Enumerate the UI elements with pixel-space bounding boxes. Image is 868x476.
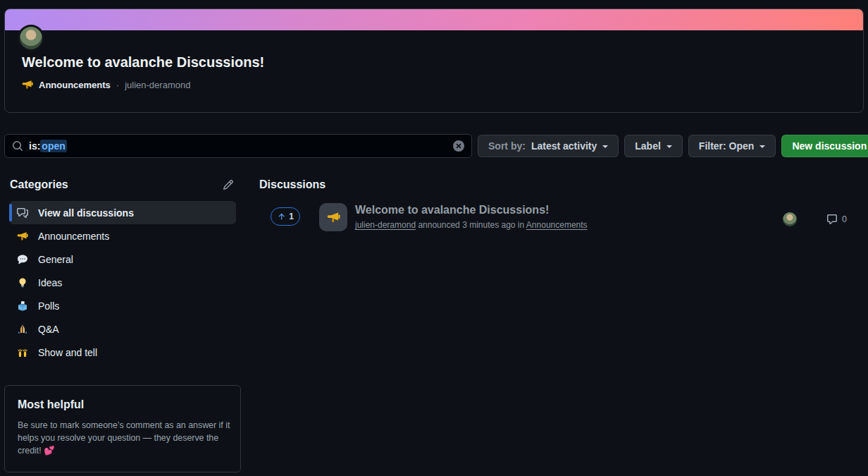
sidebar-item-label: View all discussions [38,207,134,219]
author-avatar[interactable] [18,25,44,51]
discussions-title: Discussions [258,175,864,191]
comment-icon [826,214,838,225]
upvote-count: 1 [289,212,294,221]
filter-button-text: Filter: Open [699,140,755,152]
banner-author-link[interactable]: julien-deramond [125,80,190,90]
categories-title: Categories [10,178,68,191]
sort-by-value: Latest activity [531,140,597,152]
discussions-panel: Discussions 1 Welcome to avalanche Discu… [258,175,864,236]
discussion-row[interactable]: 1 Welcome to avalanche Discussions! juli… [258,203,864,236]
folded-hands-icon [16,324,29,335]
banner-gradient [5,9,863,30]
raising-hands-icon [16,347,29,358]
megaphone-icon [22,79,33,90]
light-bulb-icon [16,277,29,288]
sidebar-item-label: Ideas [38,277,62,288]
sidebar-item-label: General [38,254,73,265]
categories-header: Categories [4,175,241,201]
sidebar-item-view-all-discussions[interactable]: View all discussions [9,201,236,224]
chevron-down-icon [602,145,608,148]
sidebar-item-announcements[interactable]: Announcements [9,224,236,248]
megaphone-icon [16,231,29,242]
chevron-down-icon [760,145,765,148]
chevron-down-icon [666,145,672,148]
comment-discussion-icon [16,207,29,219]
discussion-title-link[interactable]: Welcome to avalanche Discussions! [355,204,588,216]
welcome-banner-card: Welcome to avalanche Discussions! Announ… [4,8,864,113]
sidebar-item-polls[interactable]: Polls [9,294,236,317]
ballot-box-icon [16,300,29,312]
most-helpful-card: Most helpful Be sure to mark someone’s c… [4,385,241,472]
discussion-category-tile[interactable] [319,203,347,231]
megaphone-icon [327,211,340,224]
clear-search-button[interactable] [453,140,464,152]
categories-sidebar: Categories View all discussions Announce… [4,175,241,364]
arrow-up-icon [277,212,286,221]
sidebar-item-qa[interactable]: Q&A [9,317,236,341]
speech-balloon-icon [16,254,29,265]
sidebar-item-label: Announcements [38,231,109,242]
search-query-text: is:open [29,140,67,152]
discussion-row-right: 0 [783,212,864,226]
sidebar-item-ideas[interactable]: Ideas [9,271,236,294]
sidebar-item-label: Polls [38,300,59,312]
search-qualifier: is: [29,140,40,152]
search-icon [12,140,23,152]
sidebar-item-general[interactable]: General [9,248,236,271]
banner-meta: Announcements · julien-deramond [22,79,190,90]
upvote-button[interactable]: 1 [271,207,300,226]
filter-toolbar: is:open Sort by: Latest activity Label F… [4,134,864,158]
search-input[interactable]: is:open [4,134,472,158]
discussion-author-link[interactable]: julien-deramond [355,220,416,230]
separator-dot: · [116,80,119,90]
discussions-page: Welcome to avalanche Discussions! Announ… [0,0,868,476]
comment-count[interactable]: 0 [826,214,847,225]
banner-title: Welcome to avalanche Discussions! [22,54,264,71]
banner-category-label[interactable]: Announcements [39,80,111,90]
sidebar-item-label: Show and tell [38,347,97,358]
x-circle-icon [453,140,464,152]
discussion-meta: julien-deramond announced 3 minutes ago … [355,220,588,230]
comment-count-value: 0 [842,214,847,224]
label-dropdown[interactable]: Label [624,135,683,157]
new-discussion-label: New discussion [792,140,867,152]
filter-dropdown[interactable]: Filter: Open [688,135,776,157]
discussion-category-link[interactable]: Announcements [526,220,588,230]
discussion-text: Welcome to avalanche Discussions! julien… [355,203,588,230]
edit-categories-button[interactable] [223,179,234,190]
pencil-icon [223,179,234,190]
sort-by-prefix: Sort by: [488,140,526,152]
sidebar-item-show-and-tell[interactable]: Show and tell [9,341,236,364]
sort-by-dropdown[interactable]: Sort by: Latest activity [478,135,619,157]
new-discussion-button[interactable]: New discussion [781,135,868,157]
discussion-meta-text: announced 3 minutes ago in [418,220,524,230]
label-button-text: Label [635,140,661,152]
participant-avatar[interactable] [783,212,797,226]
most-helpful-body: Be sure to mark someone’s comment as an … [18,419,230,458]
most-helpful-title: Most helpful [18,398,226,411]
search-token-open: open [40,140,66,152]
sidebar-item-label: Q&A [38,324,59,335]
